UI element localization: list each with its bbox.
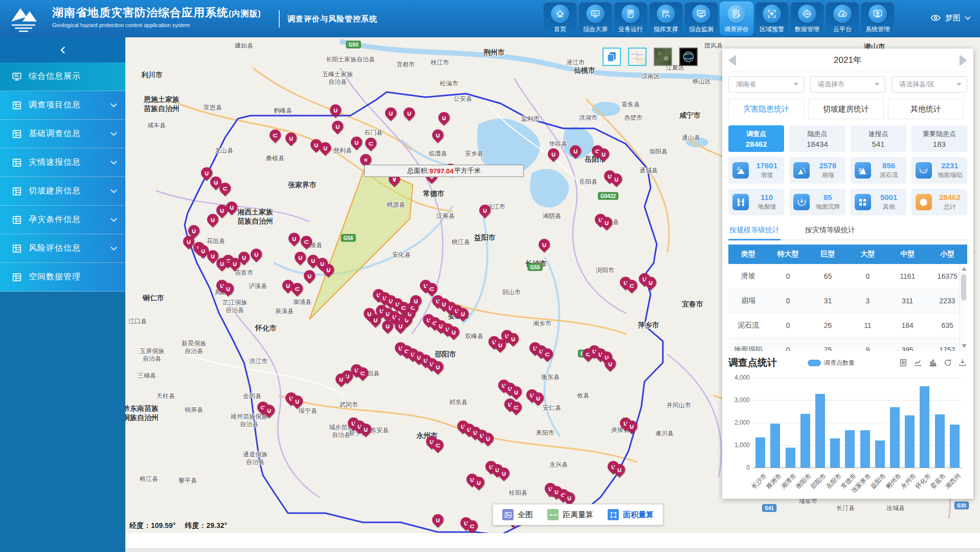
nav-monitoring[interactable]: 综合监测 (684, 2, 718, 36)
hazard-point-marker[interactable]: ∪ (361, 305, 377, 321)
fullmap-button[interactable]: 全图 (502, 509, 533, 520)
hazard-point-marker[interactable]: ∪ (642, 274, 658, 290)
basemap-globe-button[interactable] (679, 48, 698, 66)
sidebar-item-disaster-report[interactable]: 灾情速报信息 (0, 148, 125, 177)
tab-other-stats[interactable]: 其他统计 (888, 99, 964, 119)
sidebar-item-risk-assessment[interactable]: 风险评估信息 (0, 234, 125, 263)
hazard-point-marker[interactable]: ∪ (455, 305, 471, 321)
table-row[interactable]: 泥石流02611184635 (728, 313, 967, 338)
tab-hazard-stats[interactable]: 灾害隐患统计 (728, 99, 804, 119)
hazard-point-marker[interactable]: ∪ (430, 512, 446, 527)
hazard-point-marker[interactable]: ∪ (317, 140, 333, 156)
basemap-street-button[interactable] (628, 48, 647, 66)
hazard-point-marker[interactable]: ⊂ (430, 437, 446, 453)
sidebar-item-hazard-conditions[interactable]: 孕灾条件信息 (0, 206, 125, 234)
basemap-satellite-button[interactable] (654, 48, 672, 66)
area-measure-button[interactable]: 面积量算 (608, 509, 654, 520)
hazard-point-marker[interactable]: ∪ (292, 249, 308, 265)
hazard-point-marker[interactable]: ∪ (436, 109, 452, 125)
sidebar-item-slope-housing[interactable]: 切坡建房信息 (0, 177, 125, 206)
tab-slope-housing-stats[interactable]: 切坡建房统计 (808, 99, 884, 119)
eye-icon[interactable] (930, 12, 941, 24)
nav-region-warning[interactable]: 区域预警 (755, 2, 789, 36)
scrollbar-thumb[interactable] (961, 274, 966, 301)
hazard-point-marker[interactable]: ∪ (480, 430, 496, 446)
county-select[interactable]: 请选择县/区 (892, 76, 967, 93)
hazard-point-marker[interactable]: ∪ (286, 230, 302, 246)
hazard-point-marker[interactable]: ∪ (611, 461, 627, 477)
hazard-point-marker[interactable]: ∪ (401, 105, 417, 121)
hazard-point-marker[interactable]: ∪ (408, 293, 424, 308)
hazard-point-marker[interactable]: ∪ (380, 318, 395, 334)
nav-cloud-platform[interactable]: 云平台 (826, 2, 859, 36)
city-select[interactable]: 请选择市 (810, 76, 886, 93)
hazard-point-marker[interactable]: ∪ (392, 318, 408, 334)
hazard-point-marker[interactable]: ∪ (261, 402, 277, 418)
hazard-point-marker[interactable]: ∪ (348, 134, 364, 150)
hazard-point-marker[interactable]: ∪ (505, 330, 521, 346)
hazard-point-marker[interactable]: ⊂ (539, 346, 555, 362)
hazard-point-marker[interactable]: ∪ (283, 130, 299, 146)
nav-business[interactable]: 业务运行 (614, 2, 648, 36)
hazard-point-marker[interactable]: ∪ (492, 337, 508, 352)
hazard-point-marker[interactable]: ∪ (358, 421, 373, 437)
hazard-point-marker[interactable]: ∪ (598, 214, 614, 230)
table-scrollbar[interactable] (960, 264, 967, 351)
bar-chart-icon[interactable] (928, 358, 938, 367)
table-row[interactable]: 滑坡0650116116375 (728, 264, 967, 289)
hazard-point-marker[interactable]: ∪ (508, 384, 524, 400)
hazard-point-marker[interactable]: ⊂ (217, 180, 233, 196)
card-other[interactable]: 5001其他 (851, 189, 906, 215)
sidebar-item-survey-projects[interactable]: 调查项目信息 (0, 91, 125, 120)
hazard-point-marker[interactable]: ∪ (327, 102, 343, 118)
nav-survey-evaluation[interactable]: 调查评价 (720, 2, 753, 36)
card-landslide[interactable]: 17601滑坡 (728, 157, 784, 184)
year-next-button[interactable] (960, 55, 967, 66)
nav-big-screen[interactable]: 综合大屏 (578, 2, 612, 36)
download-icon[interactable] (958, 358, 967, 367)
sidebar-item-basic-survey[interactable]: 基础调查信息 (0, 120, 125, 148)
nav-data-management[interactable]: 数据管理 (790, 2, 824, 36)
hazard-point-marker[interactable]: ⊂ (424, 280, 439, 296)
hazard-point-marker[interactable]: ∪ (383, 105, 398, 121)
hazard-point-marker[interactable]: ∪ (329, 118, 345, 134)
hazard-point-marker[interactable]: ∪ (545, 146, 561, 162)
hazard-point-marker[interactable]: ∪ (220, 280, 236, 296)
hazard-point-marker[interactable]: ∪ (530, 390, 546, 406)
sidebar-item-overview[interactable]: 综合信息展示 (0, 62, 125, 91)
hazard-point-marker[interactable]: ∪ (567, 143, 583, 159)
layers-button[interactable] (603, 48, 621, 66)
hazard-point-marker[interactable]: ⊂ (508, 399, 524, 415)
hazard-point-marker[interactable]: ∪ (333, 371, 349, 387)
card-hazard-point[interactable]: 隐患点18434 (789, 125, 845, 152)
card-survey-point[interactable]: 调查点28462 (728, 125, 784, 152)
chart-legend[interactable]: 调查点数量 (808, 359, 855, 367)
hazard-point-marker[interactable]: ⊂ (289, 280, 305, 296)
hazard-point-marker[interactable]: ⊂ (464, 518, 480, 533)
hazard-point-marker[interactable]: ∪ (320, 261, 336, 277)
card-debris-flow[interactable]: 856泥石流 (851, 157, 906, 184)
hazard-point-marker[interactable]: ∪ (561, 490, 577, 505)
table-row[interactable]: 地面塌陷07593951752 (728, 338, 967, 351)
province-select[interactable]: 湖南省 (728, 76, 804, 93)
hazard-point-marker[interactable]: ∪ (248, 246, 264, 262)
hazard-point-marker[interactable]: ∪ (446, 324, 461, 340)
hazard-point-marker[interactable]: ∪ (205, 211, 220, 227)
card-quick-report-point[interactable]: 速报点541 (851, 125, 906, 152)
hazard-point-marker[interactable]: ∪ (595, 146, 611, 162)
nav-system-management[interactable]: 系统管理 (861, 2, 895, 36)
hazard-point-marker[interactable]: ∪ (623, 418, 639, 434)
hazard-point-marker[interactable]: ∪ (236, 249, 252, 265)
card-ground-collapse[interactable]: 2231地面塌陷 (911, 157, 967, 184)
hazard-point-marker[interactable]: ∪ (214, 255, 230, 271)
card-total[interactable]: 28462总计 (911, 189, 967, 215)
data-view-icon[interactable] (899, 358, 908, 367)
line-chart-icon[interactable] (914, 358, 923, 367)
hazard-point-marker[interactable]: ⊂ (267, 127, 283, 143)
hazard-point-marker[interactable]: ⊂ (298, 233, 314, 249)
scroll-up-icon[interactable] (962, 267, 967, 271)
hazard-point-marker[interactable]: ∪ (471, 474, 486, 490)
table-row[interactable]: 崩塌03133112233 (728, 289, 967, 313)
nav-command[interactable]: 指挥支撑 (649, 2, 683, 36)
hazard-point-marker[interactable]: ∪ (430, 359, 446, 374)
